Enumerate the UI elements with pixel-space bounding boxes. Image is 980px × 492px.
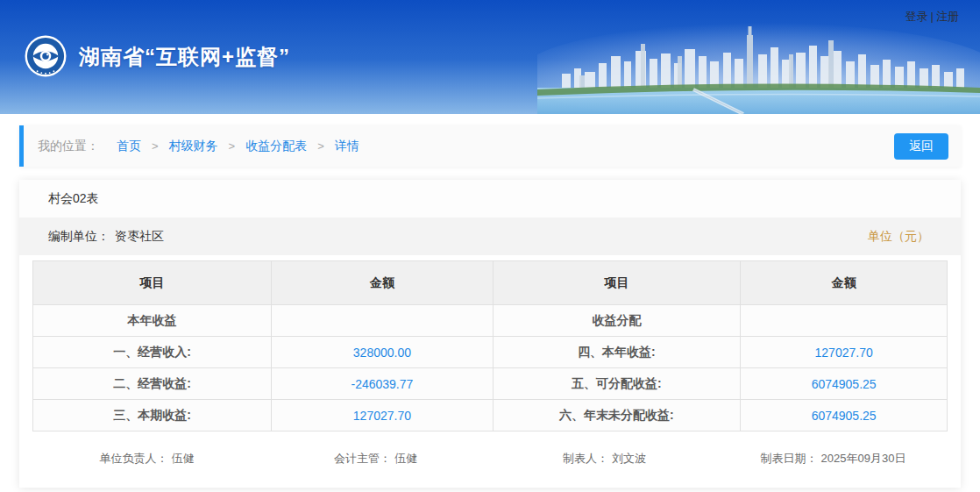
chevron-right-icon: > <box>317 139 324 153</box>
amount-cell: 6074905.25 <box>741 400 948 431</box>
page: 登录|注册 湖南省“互联网+监督” 我的位置： 首页 > <box>0 0 980 492</box>
chevron-right-icon: > <box>229 139 236 153</box>
breadcrumb-label: 我的位置： <box>38 139 99 154</box>
signature-preparer: 制表人：刘文波 <box>490 451 719 467</box>
item-cell: 一、经营收入: <box>33 337 272 368</box>
unit-name: 资枣社区 <box>115 229 164 245</box>
column-header-amount-left: 金额 <box>272 261 493 305</box>
item-cell: 五、可分配收益: <box>493 368 741 400</box>
signature-label: 单位负责人： <box>100 452 168 465</box>
breadcrumb: 我的位置： 首页 > 村级财务 > 收益分配表 > 详情 返回 <box>19 125 961 167</box>
site-header: 登录|注册 湖南省“互联网+监督” <box>0 0 980 114</box>
item-cell: 二、经营收益: <box>33 368 272 400</box>
amount-cell <box>272 305 493 337</box>
signature-label: 制表人： <box>563 452 608 465</box>
unit-label: 编制单位： <box>48 229 110 245</box>
table-row: 一、经营收入: 328000.00 四、本年收益: 127027.70 <box>33 337 948 368</box>
report-table: 项目 金额 项目 金额 本年收益 收益分配 一、经营收入: 328000.00 … <box>32 260 948 431</box>
signature-label: 制表日期： <box>761 452 818 465</box>
signature-row: 单位负责人：伍健 会计主管：伍健 制表人：刘文波 制表日期：2025年09月30… <box>19 431 961 486</box>
signature-date: 制表日期：2025年09月30日 <box>719 451 948 467</box>
amount-cell: 127027.70 <box>272 400 493 431</box>
breadcrumb-item-home[interactable]: 首页 <box>117 139 141 154</box>
signature-value: 伍健 <box>172 452 195 465</box>
back-button[interactable]: 返回 <box>894 133 948 160</box>
table-row: 二、经营收益: -246039.77 五、可分配收益: 6074905.25 <box>33 368 948 400</box>
table-row: 三、本期收益: 127027.70 六、年末未分配收益: 6074905.25 <box>33 400 948 431</box>
signature-unit-head: 单位负责人：伍健 <box>32 451 261 467</box>
amount-cell: 328000.00 <box>272 337 493 368</box>
login-link[interactable]: 登录 <box>905 10 928 23</box>
signature-value: 伍健 <box>394 452 417 465</box>
report-card: 村会02表 编制单位： 资枣社区 单位（元） 项目 金额 项目 金额 本年收益 <box>19 180 961 488</box>
signature-value: 刘文波 <box>612 452 646 465</box>
table-header-row: 项目 金额 项目 金额 <box>33 261 948 305</box>
breadcrumb-item-village-finance[interactable]: 村级财务 <box>169 139 218 154</box>
breadcrumb-item-detail[interactable]: 详情 <box>335 139 359 154</box>
card-subtitle-row: 编制单位： 资枣社区 单位（元） <box>19 217 961 255</box>
amount-cell: 127027.70 <box>741 337 948 368</box>
amount-cell: -246039.77 <box>272 368 493 400</box>
table-row: 本年收益 收益分配 <box>33 305 948 337</box>
auth-links: 登录|注册 <box>905 9 959 25</box>
signature-accounting-supervisor: 会计主管：伍健 <box>261 451 490 467</box>
item-cell: 收益分配 <box>493 305 741 337</box>
amount-cell <box>741 305 948 337</box>
signature-value: 2025年09月30日 <box>821 452 906 465</box>
item-cell: 本年收益 <box>33 305 272 337</box>
header-inner: 湖南省“互联网+监督” <box>0 0 980 114</box>
column-header-amount-right: 金额 <box>741 261 948 305</box>
signature-label: 会计主管： <box>334 452 391 465</box>
column-header-item-left: 项目 <box>33 261 272 305</box>
register-link[interactable]: 注册 <box>936 10 959 23</box>
amount-cell: 6074905.25 <box>741 368 948 400</box>
auth-divider: | <box>931 10 934 23</box>
item-cell: 六、年末未分配收益: <box>493 400 741 431</box>
eye-icon <box>25 35 67 77</box>
currency-note: 单位（元） <box>868 229 929 245</box>
breadcrumb-item-income-table[interactable]: 收益分配表 <box>245 139 307 154</box>
column-header-item-right: 项目 <box>493 261 741 305</box>
chevron-right-icon: > <box>152 139 159 153</box>
form-code: 村会02表 <box>19 180 961 217</box>
site-title: 湖南省“互联网+监督” <box>79 43 290 71</box>
item-cell: 四、本年收益: <box>493 337 741 368</box>
item-cell: 三、本期收益: <box>33 400 272 431</box>
